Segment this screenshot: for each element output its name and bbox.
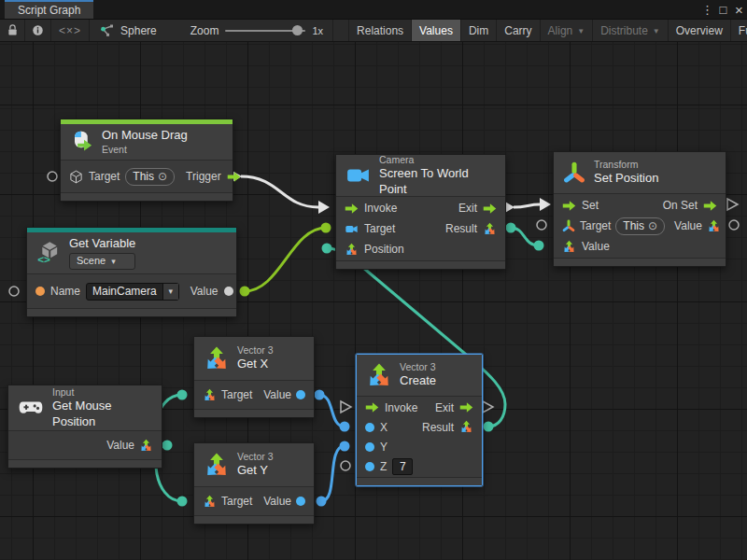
dim-button[interactable]: Dim [461,20,497,41]
variable-icon [36,241,61,265]
target-this-field[interactable]: This [125,168,175,186]
flow-arrow-icon[interactable] [562,199,576,213]
relations-button[interactable]: Relations [348,20,412,41]
vector3-port-icon[interactable] [483,222,497,236]
port-value-label: Value [263,388,291,401]
tab-script-graph[interactable]: Script Graph [5,0,93,19]
port-z-label: Z [380,460,387,473]
flow-arrow-icon[interactable] [365,400,379,414]
vector3-port-icon[interactable] [707,219,721,233]
port-y-input[interactable] [365,442,374,452]
mouse-drag-icon [70,131,93,154]
variable-name-dropdown-button[interactable] [162,284,178,300]
port-exit-label: Exit [435,401,454,414]
node-create-vector3[interactable]: Vector 3 Create Invoke Exit X Result Y Z… [356,354,483,486]
zoom-slider-handle[interactable] [292,25,303,35]
node-category: Input [52,386,152,399]
vector3-icon [366,362,392,389]
zoom-value: 1x [312,25,323,36]
object-picker-icon[interactable] [158,170,167,183]
gameobject-cube-icon [69,170,83,184]
full-screen-button[interactable]: Full Screen [731,20,747,41]
port-value-output[interactable] [296,390,305,399]
node-category: Vector 3 [237,344,274,357]
flow-arrow-icon[interactable] [345,202,359,216]
node-footer [336,260,505,269]
variable-name-field[interactable]: MainCamera [86,283,179,301]
node-set-position[interactable]: Transform Set Position Set On Set Target… [553,151,726,267]
port-on-set-label: On Set [663,199,698,212]
node-screen-to-world-point[interactable]: Camera Screen To World Point Invoke Exit… [335,154,506,270]
node-footer [27,308,236,316]
vector3-port-icon[interactable] [203,495,217,509]
vector3-port-icon[interactable] [345,243,359,257]
scope-value: Scene [77,255,106,268]
vector3-port-icon[interactable] [203,388,217,402]
z-value-field[interactable]: 7 [392,458,413,475]
menu-kebab-icon[interactable] [699,0,715,19]
port-z-input[interactable] [365,462,374,471]
overview-label: Overview [676,24,723,37]
distribute-label: Distribute [600,24,648,37]
values-button[interactable]: Values [412,20,461,41]
flow-arrow-icon[interactable] [459,400,473,414]
port-result-label: Result [422,421,454,434]
port-invoke-label: Invoke [364,202,397,215]
node-footer [194,409,314,417]
info-button[interactable] [25,20,51,41]
zoom-label: Zoom [190,24,219,37]
flow-arrow-icon[interactable] [227,170,241,184]
code-preview-button[interactable]: <×> [51,20,90,41]
port-value-label: Value [190,285,218,298]
distribute-button[interactable]: Distribute▼ [593,20,669,41]
close-icon[interactable] [731,0,747,19]
z-value: 7 [400,460,406,473]
lock-icon [6,23,20,37]
node-title: Set Position [594,171,658,186]
port-target-label: Target [364,222,395,235]
flow-arrow-icon[interactable] [483,202,497,216]
node-get-y[interactable]: Vector 3 Get Y Target Value [193,442,315,525]
node-footer [61,192,233,201]
relations-label: Relations [357,24,403,37]
align-button[interactable]: Align▼ [541,20,594,41]
tab-label: Script Graph [18,4,80,17]
maximize-icon[interactable] [715,0,731,19]
node-get-mouse-position[interactable]: Input Get Mouse Position Value [7,385,162,469]
node-footer [194,515,314,524]
overview-button[interactable]: Overview [669,20,731,41]
node-get-variable[interactable]: Get Variable Scene Name MainCamera Value [26,227,237,317]
vector3-port-icon[interactable] [459,420,473,434]
object-picker-icon[interactable] [648,219,657,232]
port-name-label: Name [50,285,80,298]
graph-toolbar: <×> Sphere Zoom 1x Relations Values Dim … [0,19,747,42]
node-category: Transform [594,159,658,171]
node-on-mouse-drag[interactable]: On Mouse Drag Event Target This Trigger [60,119,233,202]
carry-button[interactable]: Carry [497,20,540,41]
port-exit-label: Exit [458,202,477,215]
node-title: Get Variable [69,236,135,251]
zoom-slider[interactable] [225,30,305,32]
port-value-output[interactable] [296,497,305,506]
node-category: Camera [379,154,496,166]
carry-label: Carry [504,24,531,37]
node-category: Vector 3 [237,451,274,463]
port-name-input[interactable] [35,287,45,296]
port-value-output[interactable] [224,287,233,296]
vector3-port-icon[interactable] [562,240,576,254]
node-get-x[interactable]: Vector 3 Get X Target Value [193,336,315,418]
camera-port-icon[interactable] [345,223,359,235]
vector3-port-icon[interactable] [139,439,153,453]
node-title: Get Mouse Position [52,399,152,429]
port-x-input[interactable] [365,423,374,432]
port-value-label: Value [263,495,291,508]
node-category: Vector 3 [400,361,436,373]
port-x-label: X [380,421,388,434]
target-this-field[interactable]: This [615,217,665,235]
node-subtitle: Event [102,144,188,156]
transform-port-icon[interactable] [562,219,575,232]
port-value-out-label: Value [674,219,702,232]
lock-button[interactable] [0,20,25,41]
flow-arrow-icon[interactable] [703,199,717,213]
variable-scope-dropdown[interactable]: Scene [69,253,135,270]
